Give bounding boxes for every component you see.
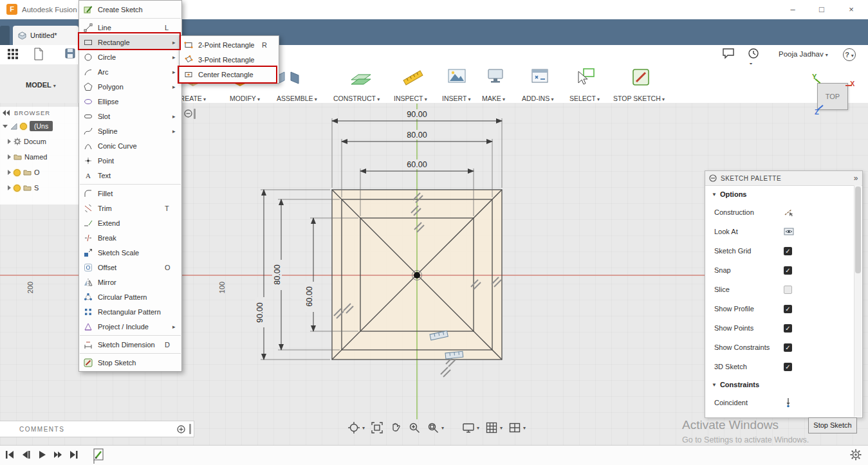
ribbon-menu-inspect[interactable]: INSPECT <box>394 95 427 102</box>
add-comment-icon[interactable] <box>177 425 185 433</box>
maximize-button[interactable]: □ <box>811 3 833 17</box>
timeline-sketch-marker-icon[interactable] <box>92 447 105 464</box>
show-points-checkbox[interactable]: ✓ <box>784 324 792 333</box>
browser-root-item[interactable]: (Uns <box>0 118 78 134</box>
menu-item-ellipse[interactable]: Ellipse <box>79 94 181 109</box>
stop-sketch-button[interactable]: Stop Sketch <box>808 417 857 433</box>
visibility-bulb-icon[interactable] <box>14 185 21 192</box>
menu-item-sketch-scale[interactable]: Sketch Scale <box>79 245 181 260</box>
orbit-tool-icon[interactable] <box>347 421 365 434</box>
close-button[interactable]: × <box>840 3 862 17</box>
menu-item-stop-sketch[interactable]: Stop Sketch <box>79 355 181 370</box>
menu-item-slot[interactable]: Slot <box>79 109 181 123</box>
menu-item-arc[interactable]: Arc <box>79 64 181 79</box>
minimize-button[interactable]: – <box>782 3 804 17</box>
scrollbar-thumb[interactable] <box>855 187 861 273</box>
collapse-arrows-icon[interactable] <box>3 110 10 116</box>
visibility-bulb-icon[interactable] <box>14 169 21 176</box>
workspace-switcher[interactable]: MODEL <box>26 81 56 89</box>
expand-caret-icon[interactable] <box>8 139 11 144</box>
document-tab[interactable]: Untitled* <box>13 26 78 45</box>
browser-item-sketches[interactable]: S <box>0 180 78 196</box>
browser-item-named-views[interactable]: Named <box>0 149 78 165</box>
expand-caret-icon[interactable] <box>8 154 11 160</box>
zoom-tool-icon[interactable] <box>408 421 421 434</box>
palette-scrollbar[interactable] <box>854 185 862 417</box>
display-settings-icon[interactable] <box>462 421 479 434</box>
menu-item-sketch-dimension[interactable]: Sketch Dimension D <box>79 337 181 352</box>
3d-sketch-checkbox[interactable]: ✓ <box>784 363 792 371</box>
menu-item-extend[interactable]: Extend <box>79 215 181 230</box>
expand-palette-icon[interactable]: » <box>854 174 858 183</box>
expand-caret-icon[interactable] <box>3 125 8 128</box>
construction-icon[interactable] <box>784 208 794 217</box>
look-at-icon[interactable] <box>784 227 794 236</box>
help-menu[interactable]: ? <box>843 48 856 61</box>
pan-tool-icon[interactable] <box>389 421 402 434</box>
browser-item-origin[interactable]: O <box>0 165 78 180</box>
ribbon-menu-make[interactable]: MAKE <box>482 95 505 102</box>
panel-resize-handle[interactable] <box>189 424 191 434</box>
tab-overflow-stub[interactable] <box>0 26 10 45</box>
settings-gear-icon[interactable] <box>849 448 862 461</box>
menu-item-mirror[interactable]: Mirror <box>79 275 181 289</box>
sketch-palette-header[interactable]: SKETCH PALETTE » <box>705 171 862 186</box>
menu-item-fillet[interactable]: Fillet <box>79 186 181 201</box>
step-forward-icon[interactable] <box>52 449 64 460</box>
show-constraints-checkbox[interactable]: ✓ <box>784 343 792 352</box>
collapse-panel-icon[interactable] <box>184 109 192 118</box>
menu-item-rectangle[interactable]: Rectangle <box>79 35 181 50</box>
step-back-icon[interactable] <box>20 449 32 460</box>
go-to-start-icon[interactable] <box>4 449 15 460</box>
add-ins-group-icon[interactable] <box>530 67 549 86</box>
submenu-item-center-rectangle[interactable]: Center Rectangle <box>180 67 279 82</box>
panel-resize-handle[interactable] <box>194 109 196 119</box>
menu-item-spline[interactable]: Spline <box>79 123 181 138</box>
comments-panel[interactable]: COMMENTS <box>0 421 194 437</box>
save-icon[interactable] <box>64 48 76 59</box>
coincident-icon[interactable] <box>784 397 793 408</box>
snap-checkbox[interactable]: ✓ <box>784 266 792 275</box>
look-at-tool-icon[interactable] <box>371 421 383 434</box>
ribbon-menu-insert[interactable]: INSERT <box>442 95 471 102</box>
ribbon-menu-construct[interactable]: CONSTRUCT <box>333 95 380 102</box>
select-group-icon[interactable] <box>575 67 596 87</box>
app-grid-icon[interactable] <box>6 48 19 60</box>
menu-item-break[interactable]: Break <box>79 230 181 245</box>
submenu-item-3-point-rectangle[interactable]: 3-Point Rectangle <box>180 52 279 67</box>
menu-item-polygon[interactable]: Polygon <box>79 79 181 94</box>
go-to-end-icon[interactable] <box>68 449 80 460</box>
menu-item-create-sketch[interactable]: Create Sketch <box>79 2 181 17</box>
submenu-item-2-point-rectangle[interactable]: 2-Point Rectangle R <box>180 37 279 52</box>
construct-group-icon[interactable] <box>349 67 373 90</box>
collapse-circle-icon[interactable] <box>709 174 717 182</box>
zoom-window-tool-icon[interactable] <box>427 421 444 434</box>
comments-icon[interactable] <box>722 48 735 59</box>
assemble-group-icon[interactable] <box>275 67 301 89</box>
insert-group-icon[interactable] <box>447 67 467 86</box>
menu-item-circle[interactable]: Circle <box>79 50 181 64</box>
stop-sketch-group-icon[interactable] <box>631 67 651 87</box>
ribbon-menu-assemble[interactable]: ASSEMBLE <box>277 95 317 102</box>
menu-item-project-include[interactable]: Project / Include <box>79 319 181 334</box>
viewports-icon[interactable] <box>508 421 526 434</box>
browser-item-document-settings[interactable]: Docum <box>0 134 78 149</box>
user-account-menu[interactable]: Pooja Jadhav <box>779 50 828 58</box>
ribbon-menu-add-ins[interactable]: ADD-INS <box>522 95 553 102</box>
ribbon-menu-select[interactable]: SELECT <box>569 95 600 102</box>
inspect-group-icon[interactable] <box>402 67 425 89</box>
menu-item-offset[interactable]: Offset O <box>79 260 181 275</box>
expand-caret-icon[interactable] <box>8 170 11 175</box>
grid-settings-icon[interactable] <box>485 421 503 434</box>
play-icon[interactable] <box>36 449 48 460</box>
menu-item-line[interactable]: Line L <box>79 20 181 35</box>
menu-item-circular-pattern[interactable]: Circular Pattern <box>79 289 181 304</box>
menu-item-trim[interactable]: Trim T <box>79 201 181 215</box>
menu-item-point[interactable]: Point <box>79 153 181 168</box>
ribbon-menu-stop-sketch[interactable]: STOP SKETCH <box>613 95 665 102</box>
make-group-icon[interactable] <box>486 67 505 86</box>
show-profile-checkbox[interactable]: ✓ <box>784 305 792 313</box>
palette-section-options[interactable]: Options <box>705 186 862 203</box>
slice-checkbox[interactable] <box>784 286 792 294</box>
sketch-grid-checkbox[interactable]: ✓ <box>784 247 792 255</box>
